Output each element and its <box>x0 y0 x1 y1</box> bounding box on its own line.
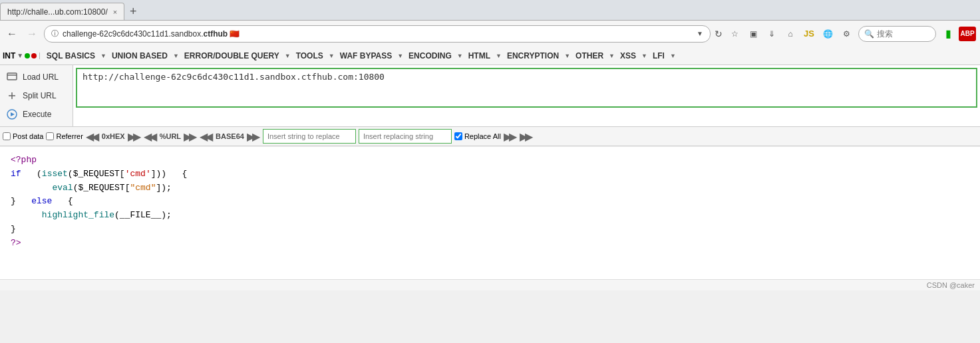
replace-right-arrow4: ▶ <box>525 130 533 143</box>
url-domain: ctfhub <box>204 29 228 39</box>
url-area: http://challenge-62c9c6dc430c11d1.sandbo… <box>73 65 980 126</box>
forward-button[interactable]: → <box>24 26 40 42</box>
split-url-label: Split URL <box>23 91 57 100</box>
browser-tab[interactable]: http://challe...ub.com:10800/ × <box>0 3 124 20</box>
split-url-item[interactable]: Split URL <box>0 86 73 105</box>
url-encode-btn[interactable]: %URL <box>160 132 181 140</box>
address-text: challenge-62c9c6dc430c11d1.sandbox.ctfhu… <box>63 29 693 39</box>
tab-title: http://challe...ub.com:10800/ <box>7 7 108 17</box>
tab-close-btn[interactable]: × <box>113 8 117 16</box>
shield-icon[interactable]: ▮ <box>940 26 956 42</box>
browser-chrome: http://challe...ub.com:10800/ × + ← → ⓘ … <box>0 0 980 47</box>
execute-icon <box>5 108 19 121</box>
other-menu[interactable]: OTHER <box>572 50 607 62</box>
download-icon[interactable]: ⇓ <box>764 26 780 42</box>
waf-bypass-menu[interactable]: WAF BYPASS <box>336 50 396 62</box>
new-tab-button[interactable]: + <box>124 3 142 20</box>
encoding-arrow[interactable]: ▼ <box>457 53 463 59</box>
waf-bypass-arrow[interactable]: ▼ <box>397 53 403 59</box>
int-select[interactable]: INT ▼ <box>3 51 37 60</box>
green-indicator <box>25 53 30 58</box>
post-data-item[interactable]: Post data <box>3 132 43 140</box>
code-line: } <box>11 223 969 237</box>
load-url-label: Load URL <box>23 72 59 82</box>
load-url-icon <box>5 70 19 84</box>
replace-all-label: Replace All <box>464 132 501 140</box>
error-double-menu[interactable]: ERROR/DOUBLE QUERY <box>180 50 283 62</box>
encoding-toolbar: Post data Referrer ◀ ◀ 0xHEX ▶ ▶ ◀ ◀ %UR… <box>0 126 980 146</box>
referrer-checkbox[interactable] <box>46 132 54 140</box>
lfi-arrow[interactable]: ▼ <box>670 53 676 59</box>
referrer-label: Referrer <box>56 132 82 140</box>
search-box[interactable]: 🔍 <box>858 26 936 42</box>
adblock-icon[interactable]: ABP <box>959 27 976 41</box>
insert-string-input[interactable] <box>263 129 356 144</box>
status-text: CSDN @caker <box>927 281 975 289</box>
svg-rect-0 <box>7 73 17 80</box>
replace-all-checkbox[interactable] <box>454 132 462 140</box>
html-menu[interactable]: HTML <box>464 50 494 62</box>
base64-encode-btn[interactable]: BASE64 <box>216 132 244 140</box>
xss-menu[interactable]: XSS <box>616 50 640 62</box>
ext2-icon[interactable]: ⚙ <box>838 26 854 42</box>
bookmark-icon[interactable]: ☆ <box>727 26 742 42</box>
code-line: <?php <box>11 154 969 168</box>
status-bar: CSDN @caker <box>0 279 980 290</box>
red-indicator <box>31 53 37 58</box>
base64-left-arrow2: ◀ <box>205 130 213 143</box>
split-url-icon <box>5 89 19 102</box>
execute-item[interactable]: Execute <box>0 105 73 124</box>
union-based-menu[interactable]: UNION BASED <box>108 50 172 62</box>
replace-all-wrap: Replace All <box>454 132 501 140</box>
encryption-arrow[interactable]: ▼ <box>564 53 570 59</box>
url-input[interactable]: http://challenge-62c9c6dc430c11d1.sandbo… <box>76 68 977 108</box>
tab-bar: http://challe...ub.com:10800/ × + <box>0 0 980 20</box>
post-data-checkbox[interactable] <box>3 132 11 140</box>
home-icon[interactable]: ⌂ <box>782 26 798 42</box>
search-icon: 🔍 <box>864 29 874 39</box>
other-arrow[interactable]: ▼ <box>609 53 615 59</box>
encryption-menu[interactable]: ENCRYPTION <box>503 50 563 62</box>
code-line: } else { <box>11 195 969 209</box>
url-prefix: challenge-62c9c6dc430c11d1.sandbox. <box>63 29 204 39</box>
union-based-arrow[interactable]: ▼ <box>173 53 179 59</box>
sep1: | <box>39 52 41 59</box>
toolbar-icons: ☆ ▣ ⇓ ⌂ JS 🌐 ⚙ <box>727 26 854 42</box>
xss-arrow[interactable]: ▼ <box>641 53 647 59</box>
code-line: eval($_REQUEST["cmd"]); <box>11 181 969 195</box>
code-line: if (isset($_REQUEST['cmd'])) { <box>11 168 969 181</box>
left-panel: Load URL Split URL Execute <box>0 65 73 126</box>
main-toolbar: INT ▼ | SQL BASICS▼ UNION BASED▼ ERROR/D… <box>0 47 980 65</box>
svg-marker-5 <box>11 112 15 116</box>
sql-basics-arrow[interactable]: ▼ <box>100 53 106 59</box>
content-area: Load URL Split URL Execute http://challe… <box>0 65 980 126</box>
right-toolbar-icons: ▮ ABP <box>940 26 976 42</box>
sql-basics-menu[interactable]: SQL BASICS <box>43 50 99 62</box>
lfi-menu[interactable]: LFI <box>649 50 669 62</box>
referrer-item[interactable]: Referrer <box>46 132 82 140</box>
search-input[interactable] <box>877 29 930 39</box>
replace-right-arrow2: ▶ <box>509 130 517 143</box>
back-button[interactable]: ← <box>4 26 20 42</box>
address-bar: ← → ⓘ challenge-62c9c6dc430c11d1.sandbox… <box>0 20 980 47</box>
int-dropdown-icon[interactable]: ▼ <box>17 52 23 59</box>
js-icon[interactable]: JS <box>801 26 817 42</box>
encoding-menu[interactable]: ENCODING <box>405 50 456 62</box>
hex-left-arrow2: ◀ <box>91 130 99 143</box>
url-left-arrow2: ◀ <box>149 130 157 143</box>
hex-encode-btn[interactable]: 0xHEX <box>102 132 125 140</box>
tools-menu[interactable]: TOOLS <box>292 50 327 62</box>
load-url-item[interactable]: Load URL <box>0 68 73 86</box>
address-input-wrap[interactable]: ⓘ challenge-62c9c6dc430c11d1.sandbox.ctf… <box>44 25 711 43</box>
ext1-icon[interactable]: 🌐 <box>820 26 836 42</box>
reload-button[interactable]: ↻ <box>715 29 723 39</box>
html-arrow[interactable]: ▼ <box>496 53 502 59</box>
url-right-arrow2: ▶ <box>189 130 197 143</box>
int-label: INT <box>3 51 15 60</box>
tools-arrow[interactable]: ▼ <box>329 53 335 59</box>
error-double-arrow[interactable]: ▼ <box>285 53 291 59</box>
code-line: ?> <box>11 237 969 251</box>
reading-icon[interactable]: ▣ <box>745 26 761 42</box>
insert-replacing-input[interactable] <box>359 129 452 144</box>
url-dropdown-btn[interactable]: ▼ <box>697 30 703 37</box>
